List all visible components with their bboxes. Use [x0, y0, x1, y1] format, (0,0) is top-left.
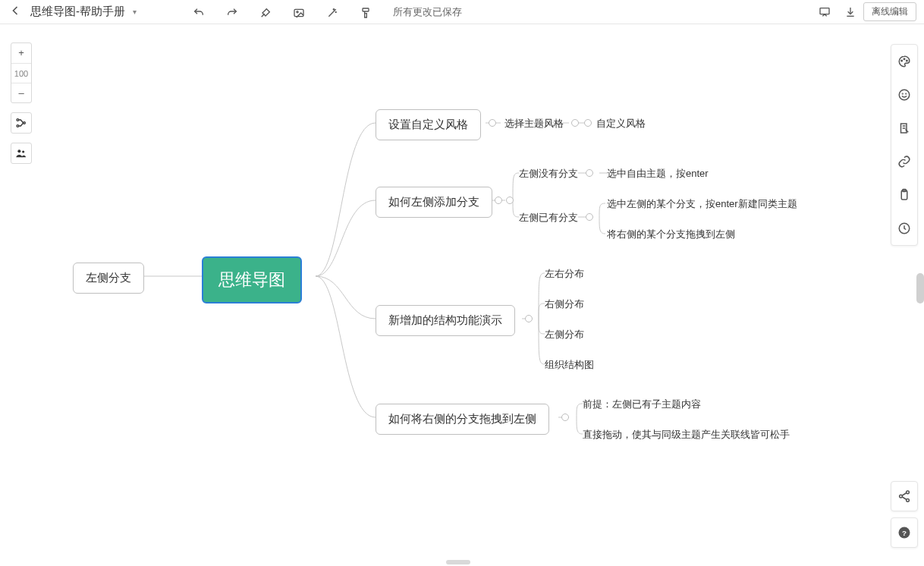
joint-icon — [584, 119, 592, 127]
node-label: 自定义风格 — [596, 118, 646, 129]
top-toolbar: 思维导图-帮助手册 ▾ 所有更改已保存 离线编辑 — [0, 0, 924, 24]
download-icon — [844, 6, 856, 18]
present-button[interactable] — [812, 5, 838, 18]
joint-icon — [495, 197, 502, 204]
joint-icon — [586, 169, 593, 177]
node-root[interactable]: 思维导图 — [202, 256, 302, 303]
node-label: 左侧没有分支 — [519, 168, 578, 179]
node-label: 设置自定义风格 — [388, 118, 468, 130]
node-label: 组织结构图 — [545, 359, 594, 370]
connector-wires — [0, 24, 924, 566]
presentation-icon — [819, 6, 831, 18]
format-painter-icon — [360, 7, 372, 19]
node-label: 将右侧的某个分支拖拽到左侧 — [607, 228, 735, 240]
node-n4-c2[interactable]: 直接拖动，使其与同级主题产生关联线皆可松手 — [583, 428, 790, 442]
node-label: 思维导图 — [218, 270, 285, 289]
undo-icon — [193, 7, 205, 19]
node-left-branch[interactable]: 左侧分支 — [73, 263, 144, 294]
node-label: 选中自由主题，按enter — [607, 168, 709, 179]
node-n2[interactable]: 如何左侧添加分支 — [376, 187, 492, 218]
joint-icon — [561, 413, 569, 421]
node-n2-c1a[interactable]: 选中自由主题，按enter — [607, 167, 709, 181]
document-title[interactable]: 思维导图-帮助手册 — [30, 5, 125, 19]
back-button[interactable] — [8, 3, 23, 21]
node-n1-c1[interactable]: 选择主题风格 — [504, 117, 564, 130]
node-n2-c2[interactable]: 左侧已有分支 — [519, 211, 578, 225]
redo-icon — [226, 7, 238, 19]
image-icon — [293, 7, 305, 19]
joint-icon — [489, 119, 496, 127]
node-label: 左侧已有分支 — [519, 212, 578, 223]
magic-button[interactable] — [316, 5, 349, 18]
node-n3-c3[interactable]: 左侧分布 — [545, 328, 584, 341]
node-n3[interactable]: 新增加的结构功能演示 — [376, 305, 515, 336]
node-label: 新增加的结构功能演示 — [388, 313, 502, 326]
brush-icon — [259, 7, 272, 19]
node-n4-c1[interactable]: 前提：左侧已有子主题内容 — [583, 398, 701, 411]
node-n2-c1[interactable]: 左侧没有分支 — [519, 167, 578, 181]
node-n1-c2[interactable]: 自定义风格 — [596, 117, 646, 130]
mindmap-canvas[interactable]: 左侧分支 思维导图 设置自定义风格 选择主题风格 自定义风格 如何左侧添加分支 … — [0, 24, 924, 566]
node-label: 右侧分布 — [545, 298, 584, 310]
joint-icon — [506, 197, 514, 204]
undo-button[interactable] — [182, 5, 215, 18]
download-button[interactable] — [838, 5, 863, 18]
svg-rect-2 — [363, 8, 369, 11]
format-painter-button[interactable] — [349, 5, 382, 18]
redo-button[interactable] — [215, 5, 249, 18]
node-label: 左侧分支 — [86, 271, 131, 284]
bottom-resize-handle[interactable] — [446, 560, 470, 564]
svg-rect-3 — [820, 8, 829, 14]
node-label: 选中左侧的某个分支，按enter新建同类主题 — [607, 198, 797, 209]
joint-icon — [586, 213, 593, 221]
node-n2-c2a[interactable]: 选中左侧的某个分支，按enter新建同类主题 — [607, 197, 797, 211]
joint-icon — [571, 119, 579, 127]
node-label: 左侧分布 — [545, 329, 584, 340]
node-label: 左右分布 — [545, 268, 584, 279]
node-label: 如何将右侧的分支拖拽到左侧 — [388, 412, 536, 425]
node-n3-c2[interactable]: 右侧分布 — [545, 297, 584, 311]
svg-point-1 — [297, 11, 298, 12]
node-n3-c4[interactable]: 组织结构图 — [545, 358, 594, 372]
image-button[interactable] — [282, 5, 316, 18]
node-label: 直接拖动，使其与同级主题产生关联线皆可松手 — [583, 429, 790, 440]
title-menu-icon[interactable]: ▾ — [133, 8, 137, 16]
joint-icon — [525, 315, 533, 322]
node-n1[interactable]: 设置自定义风格 — [376, 109, 481, 140]
node-n4[interactable]: 如何将右侧的分支拖拽到左侧 — [376, 404, 549, 435]
node-n3-c1[interactable]: 左右分布 — [545, 267, 584, 281]
node-label: 如何左侧添加分支 — [388, 195, 479, 208]
node-n2-c2b[interactable]: 将右侧的某个分支拖拽到左侧 — [607, 228, 735, 241]
save-status: 所有更改已保存 — [393, 5, 462, 19]
chevron-left-icon — [8, 3, 23, 18]
brush-button[interactable] — [249, 5, 282, 18]
node-label: 选择主题风格 — [504, 118, 564, 129]
offline-edit-button[interactable]: 离线编辑 — [863, 2, 916, 21]
magic-wand-icon — [326, 7, 338, 19]
node-label: 前提：左侧已有子主题内容 — [583, 398, 701, 410]
